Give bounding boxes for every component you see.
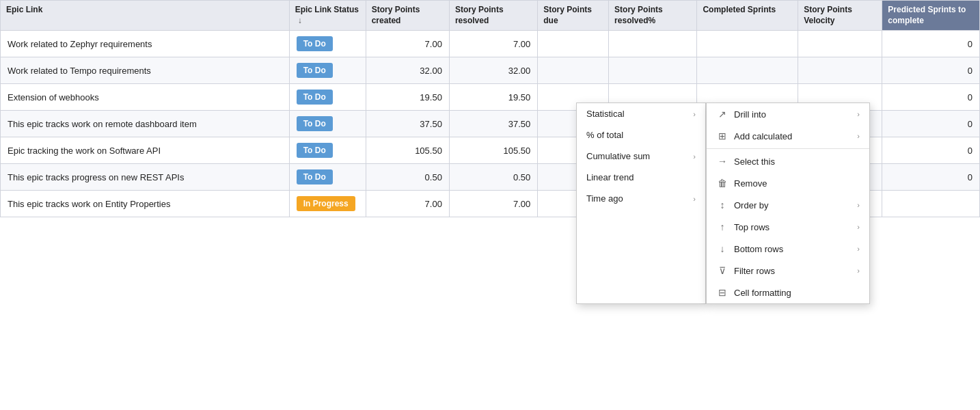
col-header-created[interactable]: Story Points created [366, 1, 449, 31]
chevron-right-icon: › [857, 201, 860, 209]
chevron-right-icon: › [857, 223, 860, 231]
left-menu-label-2: Cumulative sum [586, 151, 650, 161]
chevron-right-icon: › [857, 266, 860, 275]
cell-velocity-0 [798, 31, 882, 57]
status-badge-5: To Do [297, 169, 333, 184]
cell-created-5: 0.50 [366, 164, 449, 191]
cell-epic-3: This epic tracks work on remote dashboar… [1, 111, 290, 137]
cell-epic-1: Work related to Tempo requirements [1, 57, 290, 84]
cell-resolved-5: 0.50 [449, 164, 537, 191]
left-menu-item-1[interactable]: % of total [577, 124, 705, 146]
cell-predicted-6 [882, 191, 980, 217]
cell-predicted-2: 0 [882, 84, 980, 111]
sort-icon: ↓ [298, 16, 302, 27]
left-menu-label-1: % of total [586, 130, 623, 140]
main-table-wrapper: Epic LinkEpic Link Status ↓Story Points … [0, 0, 980, 410]
orderby-icon: ↕ [716, 200, 729, 210]
table-row: Work related to Tempo requirementsTo Do3… [1, 57, 980, 84]
col-header-resolved[interactable]: Story Points resolved [449, 1, 537, 31]
left-menu-item-0[interactable]: Statistical› [577, 103, 705, 124]
right-menu-label-6: Bottom rows [734, 244, 783, 254]
right-menu-label-2: Select this [734, 156, 775, 167]
cell-status-0: To Do [289, 31, 366, 57]
cell-epic-0: Work related to Zephyr requirements [1, 31, 290, 57]
cell-created-3: 37.50 [366, 111, 449, 137]
cell-resolvedpct-0 [609, 31, 697, 57]
right-menu-item-7[interactable]: ⊽Filter rows› [707, 260, 869, 282]
right-menu-item-3[interactable]: 🗑Remove [707, 172, 869, 194]
status-badge-6: In Progress [297, 196, 355, 211]
col-header-due[interactable]: Story Points due [538, 1, 609, 31]
cell-created-4: 105.50 [366, 137, 449, 164]
cell-resolved-2: 19.50 [449, 84, 537, 111]
calc-icon: ⊞ [716, 131, 729, 141]
chevron-right-icon: › [857, 110, 860, 118]
right-menu-item-8[interactable]: ⊟Cell formatting [707, 282, 869, 303]
cell-created-0: 7.00 [366, 31, 449, 57]
context-menu-container: Statistical›% of totalCumulative sum›Lin… [576, 102, 870, 304]
remove-icon: 🗑 [716, 178, 729, 189]
chevron-right-icon: › [857, 132, 860, 140]
cell-due-1 [538, 57, 609, 84]
chevron-right-icon: › [857, 245, 860, 253]
filter-icon: ⊽ [716, 265, 729, 276]
bottomrows-icon: ↓ [716, 243, 729, 254]
status-badge-0: To Do [297, 36, 333, 51]
cell-epic-6: This epic tracks work on Entity Properti… [1, 191, 290, 217]
col-header-resolvedpct[interactable]: Story Points resolved% [609, 1, 697, 31]
cell-epic-2: Extension of webhooks [1, 84, 290, 111]
col-header-status[interactable]: Epic Link Status ↓ [289, 1, 366, 31]
cell-completed-1 [697, 57, 798, 84]
col-header-velocity[interactable]: Story Points Velocity [798, 1, 882, 31]
chevron-right-icon: › [693, 195, 696, 203]
drill-icon: ↗ [716, 109, 729, 120]
right-menu-item-1[interactable]: ⊞Add calculated› [707, 125, 869, 147]
cell-created-6: 7.00 [366, 191, 449, 217]
cell-resolved-3: 37.50 [449, 111, 537, 137]
right-menu-item-6[interactable]: ↓Bottom rows› [707, 238, 869, 260]
cell-status-2: To Do [289, 84, 366, 111]
status-badge-1: To Do [297, 63, 333, 78]
left-menu-item-4[interactable]: Time ago› [577, 188, 705, 209]
right-menu-label-8: Cell formatting [734, 288, 791, 298]
cell-predicted-3: 0 [882, 111, 980, 137]
left-menu-item-3[interactable]: Linear trend [577, 167, 705, 188]
cell-predicted-4: 0 [882, 137, 980, 164]
col-header-predicted[interactable]: Predicted Sprints to complete [882, 1, 980, 31]
status-badge-3: To Do [297, 116, 333, 131]
cell-status-1: To Do [289, 57, 366, 84]
cell-status-3: To Do [289, 111, 366, 137]
right-menu-label-0: Drill into [734, 109, 766, 120]
cell-status-4: To Do [289, 137, 366, 164]
cell-due-0 [538, 31, 609, 57]
left-menu-label-0: Statistical [586, 109, 625, 119]
cell-status-5: To Do [289, 164, 366, 191]
table-row: Work related to Zephyr requirementsTo Do… [1, 31, 980, 57]
right-menu-label-1: Add calculated [734, 131, 792, 141]
context-menu-left[interactable]: Statistical›% of totalCumulative sum›Lin… [576, 102, 706, 304]
right-menu-item-4[interactable]: ↕Order by› [707, 194, 869, 216]
chevron-right-icon: › [693, 152, 696, 161]
right-menu-label-7: Filter rows [734, 266, 775, 276]
col-header-completed[interactable]: Completed Sprints [697, 1, 798, 31]
right-menu-item-5[interactable]: ↑Top rows› [707, 216, 869, 238]
chevron-right-icon: › [693, 110, 696, 118]
col-header-epic_link[interactable]: Epic Link [1, 1, 290, 31]
cell-resolved-0: 7.00 [449, 31, 537, 57]
select-icon: → [716, 156, 729, 167]
toprows-icon: ↑ [716, 221, 729, 232]
cell-velocity-1 [798, 57, 882, 84]
cell-resolved-4: 105.50 [449, 137, 537, 164]
status-badge-4: To Do [297, 143, 333, 158]
cell-status-6: In Progress [289, 191, 366, 217]
right-menu-item-0[interactable]: ↗Drill into› [707, 103, 869, 125]
cell-resolved-1: 32.00 [449, 57, 537, 84]
cell-epic-4: Epic tracking the work on Software API [1, 137, 290, 164]
left-menu-item-2[interactable]: Cumulative sum› [577, 146, 705, 167]
cell-resolvedpct-1 [609, 57, 697, 84]
cell-completed-0 [697, 31, 798, 57]
context-menu-right[interactable]: ↗Drill into›⊞Add calculated›→Select this… [706, 102, 870, 304]
right-menu-label-3: Remove [734, 178, 767, 189]
right-menu-item-2[interactable]: →Select this [707, 150, 869, 172]
cell-created-2: 19.50 [366, 84, 449, 111]
